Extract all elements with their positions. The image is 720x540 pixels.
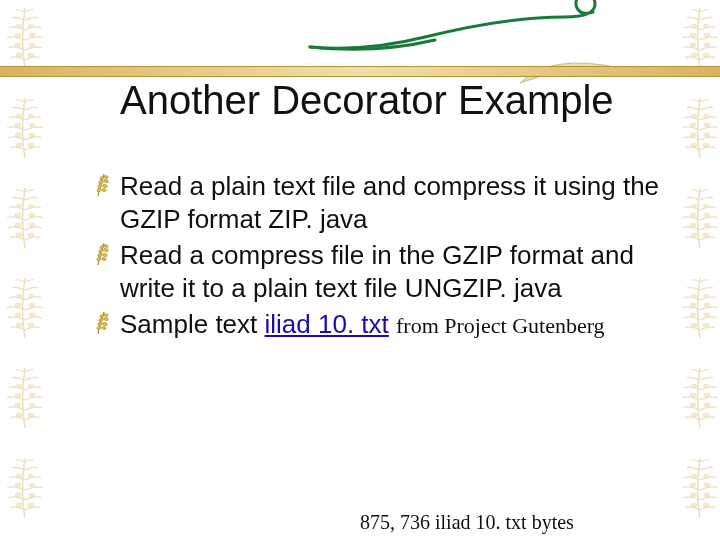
bullet-icon: [90, 170, 120, 198]
slide: Another Decorator Example Read a plain t…: [0, 0, 720, 540]
bullet-icon: [90, 308, 120, 336]
bullet-item: Read a compress file in the GZIP format …: [90, 239, 670, 304]
ribbon-divider: [0, 66, 720, 77]
size-line: 875, 736 iliad 10. txt bytes: [360, 510, 615, 535]
gutenberg-note: from Project Gutenberg: [396, 313, 605, 338]
slide-title: Another Decorator Example: [120, 78, 614, 123]
slide-body: Read a plain text file and compress it u…: [90, 170, 670, 345]
bullet-text: Sample text iliad 10. txt from Project G…: [120, 308, 670, 341]
bullet-icon: [90, 239, 120, 267]
sample-text-link[interactable]: iliad 10. txt: [265, 309, 389, 339]
bullet-text: Read a compress file in the GZIP format …: [120, 239, 670, 304]
bullet-text: Read a plain text file and compress it u…: [120, 170, 670, 235]
bullet-item: Read a plain text file and compress it u…: [90, 170, 670, 235]
sprig-column-left: [0, 0, 50, 540]
sprig-column-right: [665, 0, 720, 540]
file-sizes-block: 875, 736 iliad 10. txt bytes 305, 152 il…: [360, 460, 615, 540]
bullet-item: Sample text iliad 10. txt from Project G…: [90, 308, 670, 341]
